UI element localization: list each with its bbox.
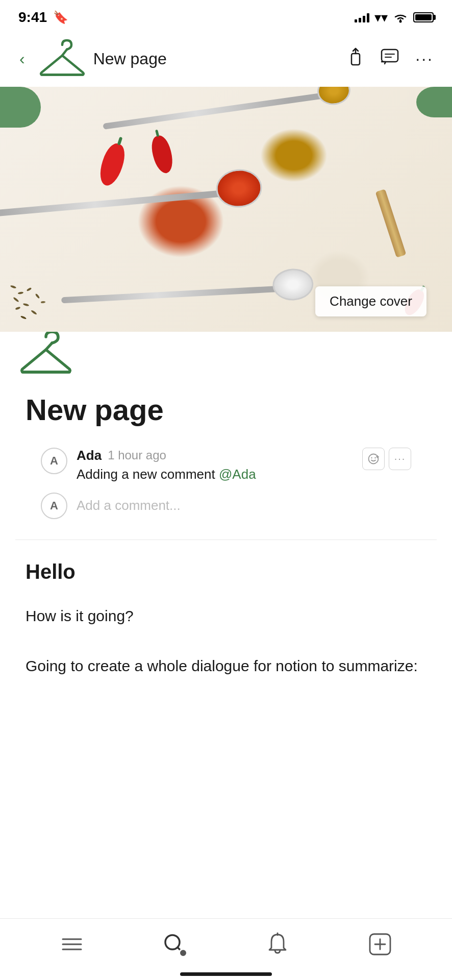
spoon-1 [103,91,336,130]
current-user-avatar: A [41,493,67,519]
svg-point-7 [369,454,379,463]
comment-author: Ada [77,448,102,463]
pepper-2 [148,134,175,175]
hanger-icon-large [20,329,71,375]
page-title: New page [26,393,426,427]
status-bar: 9:41 🔖 ▾▾ [0,0,452,31]
add-reaction-button[interactable] [362,448,385,470]
content-paragraph-1: How is it going? [26,604,426,628]
page-icon-container [0,327,452,378]
status-icons: ▾▾ [355,10,434,26]
battery-icon [413,12,434,22]
home-indicator [180,972,272,976]
comment-mention: @Ada [219,467,256,482]
comment-time: 1 hour ago [108,448,166,462]
svg-point-9 [374,457,375,458]
page-icon [20,327,71,378]
spoon-1-bowl [315,87,352,107]
comment-button[interactable] [378,45,402,72]
wifi-icon: ▾▾ [374,10,388,26]
comments-section: A Ada 1 hour ago Adding a new comment @A… [15,437,437,540]
pepper-1 [96,141,129,188]
notifications-button[interactable] [262,929,293,960]
wifi-icon [393,12,408,23]
cover-image: Change cover [0,87,452,332]
spoon-2-bowl [214,167,263,210]
status-time: 9:41 [18,9,47,26]
page-title-nav: New page [93,50,167,68]
comment-actions: ··· [362,448,411,470]
comment-content: Ada 1 hour ago Adding a new comment @Ada [77,448,411,482]
add-comment-row[interactable]: A Add a comment... [41,493,411,519]
comment-more-button[interactable]: ··· [389,448,411,470]
leaf-decoration-right [416,87,452,117]
avatar: A [41,448,67,474]
cinnamon-stick [375,189,407,258]
content-paragraph-2: Going to create a whole dialogue for not… [26,654,426,678]
more-button[interactable]: ··· [412,46,437,71]
comment-text: Adding a new comment @Ada [77,467,411,482]
svg-point-8 [371,457,372,458]
bookmark-icon: 🔖 [53,10,68,24]
search-button[interactable] [159,929,190,960]
svg-point-0 [399,20,402,23]
spoon-3 [61,285,301,304]
hanger-icon-nav [39,36,85,82]
svg-rect-2 [351,54,360,65]
change-cover-button[interactable]: Change cover [315,286,426,316]
signal-bars-icon [355,12,369,22]
spoon-3-bowl [272,267,314,301]
nav-actions: ··· [344,44,437,74]
spoon-2 [0,188,245,217]
nav-title-area: New page [39,36,334,82]
page-content: Hello How is it going? Going to create a… [0,540,452,724]
svg-rect-3 [382,50,398,62]
add-button[interactable] [365,929,395,960]
back-button[interactable]: ‹ [15,47,29,70]
content-heading: Hello [26,560,426,583]
bottom-nav [0,918,452,980]
nav-bar: ‹ New page ··· [0,31,452,87]
share-button[interactable] [344,44,367,74]
menu-button[interactable] [57,929,87,960]
comment-item: A Ada 1 hour ago Adding a new comment @A… [41,448,411,482]
page-title-section: New page [0,388,452,437]
add-comment-input[interactable]: Add a comment... [77,493,411,519]
comment-author-line: Ada 1 hour ago [77,448,411,463]
leaf-decoration-left [0,87,41,128]
